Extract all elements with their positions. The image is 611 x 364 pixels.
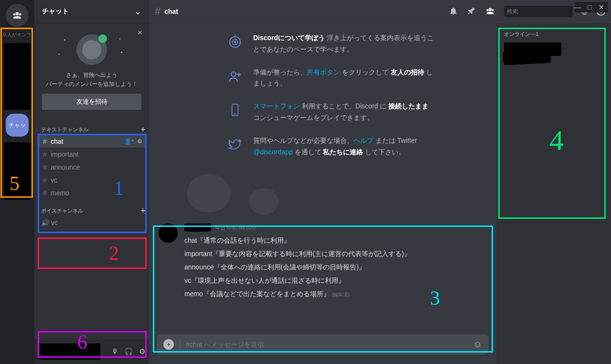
twitter-icon [225, 135, 245, 154]
search-box[interactable]: 🔍 [504, 6, 573, 17]
message-timestamp: 今日 午前3時10分 [215, 225, 257, 232]
attach-button[interactable]: + [163, 339, 174, 350]
search-input[interactable] [507, 8, 579, 15]
deafen-icon[interactable]: 🎧 [124, 347, 133, 356]
text-channel-memo[interactable]: #memo [34, 187, 149, 199]
text-channel-announce[interactable]: #announce [34, 161, 149, 173]
svg-point-2 [234, 41, 236, 43]
add-voice-channel-button[interactable]: + [141, 206, 145, 215]
server-header[interactable]: チャット ⌄ [34, 0, 149, 23]
invite-friends-button[interactable]: 友達を招待 [42, 94, 141, 110]
text-channel-chat[interactable]: #chat👤⁺⚙ [37, 135, 146, 148]
tip-row: 質問やヘルプなどが必要な場合、ヘルプ または Twitter @discorda… [159, 135, 487, 158]
online-count-label: 0 人がオンラ [0, 32, 34, 38]
friends-icon [11, 10, 23, 21]
text-channels-header[interactable]: テキストチャンネル + [34, 118, 149, 135]
members-header: オンライン—1 [500, 31, 607, 41]
chat-header: # chat 🔍 @ ? [149, 0, 611, 23]
invite-text: さぁ、冒険へ出よう パーティのメンバーを追加しよう！ [42, 71, 141, 89]
invite-card: × さぁ、冒険へ出よう パーティのメンバーを追加しよう！ 友達を招待 [38, 27, 145, 115]
text-channel-vc[interactable]: #vc [34, 174, 149, 186]
server-name: チャット [42, 7, 69, 16]
maximize-button[interactable]: □ [588, 3, 592, 11]
notifications-icon[interactable] [449, 6, 458, 17]
channel-sidebar: チャット ⌄ × さぁ、冒険へ出よう パーティのメンバーを追加しよう！ 友達を招… [34, 0, 149, 364]
channel-title: chat [164, 8, 178, 15]
speaker-icon: 🔊 [41, 219, 49, 226]
tip-row: スマートフォン 利用することで、Discord に 接続したまま コンシューマゲ… [159, 101, 487, 124]
phone-icon [225, 101, 245, 120]
avatar-placeholder [76, 34, 107, 65]
tip-row: Discordについて学ぼう 浮き上がってくる案内表示を追うことであなたのペース… [159, 32, 487, 55]
messages-area: Discordについて学ぼう 浮き上がってくる案内表示を追うことであなたのペース… [149, 23, 496, 364]
message-content: chat『通常の会話を行う時に利用』important『重要な内容を記載する時に… [184, 234, 487, 300]
hash-icon: # [41, 163, 49, 171]
members-toggle-icon[interactable] [485, 6, 495, 18]
user-footer: 🎙︎ 🎧 ⚙ [34, 339, 149, 364]
chat-input[interactable]: + ☺ [157, 334, 489, 354]
message-block: ████ 今日 午前3時10分 chat『通常の会話を行う時に利用』import… [159, 222, 487, 305]
hash-icon: # [41, 150, 49, 158]
invite-icon[interactable]: 👤⁺ [124, 138, 134, 145]
hash-icon: # [41, 176, 49, 184]
redacted-area [4, 43, 31, 110]
voice-channel-vc[interactable]: 🔊vc [34, 216, 149, 229]
tip-row: 準備が整ったら、共有ボタン をクリックして 友人の招待 しましょう。 [159, 67, 487, 90]
window-controls: — □ ✕ [575, 2, 608, 12]
settings-icon[interactable]: ⚙ [139, 347, 145, 356]
guild-rail: 0 人がオンラ チャッ [0, 0, 34, 364]
avatar[interactable] [159, 224, 178, 243]
minimize-button[interactable]: — [575, 3, 581, 11]
guild-selected[interactable]: チャッ [6, 114, 29, 137]
hash-icon: # [155, 5, 161, 18]
redacted-username[interactable]: ████ [184, 224, 211, 231]
redacted-area [4, 142, 31, 200]
target-icon [225, 32, 245, 52]
emoji-button[interactable]: ☺ [473, 340, 482, 350]
hash-icon: # [41, 138, 49, 145]
add-channel-button[interactable]: + [141, 125, 145, 134]
redacted-user [38, 343, 100, 360]
close-button[interactable]: ✕ [599, 3, 604, 11]
message-scroll[interactable]: Discordについて学ぼう 浮き上がってくる案内表示を追うことであなたのペース… [149, 23, 496, 334]
hash-icon: # [41, 189, 49, 197]
text-channel-important[interactable]: #important [34, 148, 149, 161]
message-input[interactable] [186, 341, 468, 348]
svg-point-4 [231, 72, 236, 76]
chevron-down-icon: ⌄ [134, 6, 141, 17]
decorative-ghosts [159, 169, 487, 217]
gear-icon[interactable]: ⚙ [137, 138, 142, 145]
home-button[interactable] [6, 4, 29, 27]
add-friend-icon [225, 67, 245, 86]
voice-channels-header[interactable]: ボイスチャンネル + [34, 200, 149, 216]
mute-icon[interactable]: 🎙︎ [111, 347, 118, 356]
members-panel: オンライン—1 [496, 23, 611, 364]
pin-icon[interactable] [467, 6, 476, 17]
